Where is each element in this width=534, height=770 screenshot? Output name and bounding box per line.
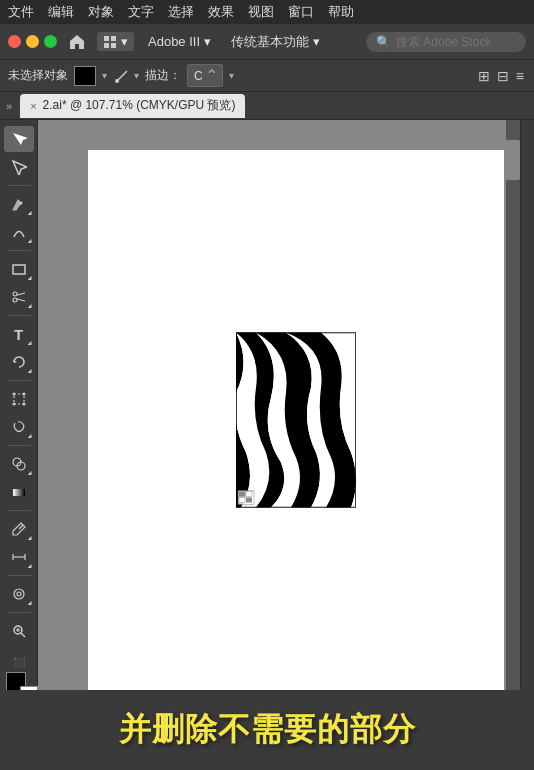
svg-rect-18 (13, 489, 25, 496)
svg-point-24 (17, 592, 21, 596)
toolbar-primary: ▾ Adobe III ▾ 传统基本功能 ▾ 🔍 (0, 24, 534, 60)
stroke-value-input[interactable]: C ⌃ (187, 64, 223, 87)
svg-rect-1 (111, 36, 116, 41)
document-tab[interactable]: × 2.ai* @ 107.71% (CMYK/GPU 预览) (20, 94, 245, 118)
select-tool[interactable] (4, 126, 34, 152)
preset-name-selector[interactable]: 传统基本功能 ▾ (225, 31, 326, 53)
reset-colors-icon[interactable]: ⬛ (13, 657, 25, 668)
svg-point-14 (12, 403, 15, 406)
canvas-area[interactable] (38, 120, 520, 770)
stroke-icon-chevron[interactable]: ▾ (134, 70, 139, 81)
workspace-chevron: ▾ (204, 34, 211, 49)
tool-separator-3 (7, 315, 31, 316)
scissors-tool[interactable] (4, 284, 34, 310)
traffic-lights (8, 35, 57, 48)
stroke-icon (113, 67, 131, 85)
svg-rect-11 (14, 394, 24, 404)
bottom-caption-bar: 并删除不需要的部分 (0, 690, 534, 770)
minimize-button[interactable] (26, 35, 39, 48)
home-icon[interactable] (65, 30, 89, 54)
stroke-label: 描边： (145, 67, 181, 84)
left-toolbar: T (0, 120, 38, 770)
curvature-tool[interactable] (4, 219, 34, 245)
svg-point-4 (115, 79, 119, 83)
svg-rect-6 (13, 265, 25, 274)
arrange-icon[interactable]: ⊞ (476, 66, 492, 86)
svg-point-7 (13, 292, 17, 296)
gradient-tool[interactable] (4, 479, 34, 505)
tool-separator-1 (7, 185, 31, 186)
eyedropper-tool[interactable] (4, 516, 34, 542)
svg-line-19 (19, 525, 23, 529)
menu-file[interactable]: 文件 (8, 3, 34, 21)
artboard (88, 150, 504, 690)
workspace-preset-selector[interactable]: Adobe III ▾ (142, 32, 217, 51)
svg-line-26 (21, 633, 25, 637)
svg-point-15 (22, 403, 25, 406)
menu-object[interactable]: 对象 (88, 3, 114, 21)
svg-point-12 (12, 393, 15, 396)
vertical-scrollbar[interactable] (506, 120, 520, 754)
svg-rect-3 (111, 43, 116, 48)
menu-edit[interactable]: 编辑 (48, 3, 74, 21)
maximize-button[interactable] (44, 35, 57, 48)
svg-rect-2 (104, 43, 109, 48)
rotate-tool[interactable] (4, 349, 34, 375)
workspace-layout-selector[interactable]: ▾ (97, 32, 134, 51)
tab-bar: » × 2.ai* @ 107.71% (CMYK/GPU 预览) (0, 92, 534, 120)
more-options-icon[interactable]: ≡ (514, 66, 526, 86)
workspace-name: Adobe III (148, 34, 200, 49)
menu-effect[interactable]: 效果 (208, 3, 234, 21)
svg-rect-33 (246, 492, 252, 497)
tool-separator-5 (7, 445, 31, 446)
svg-rect-34 (239, 498, 245, 503)
menu-text[interactable]: 文字 (128, 3, 154, 21)
lasso-tool[interactable] (4, 414, 34, 440)
preset-name: 传统基本功能 (231, 33, 309, 51)
menu-select[interactable]: 选择 (168, 3, 194, 21)
tool-separator-2 (7, 250, 31, 251)
svg-point-5 (19, 202, 22, 205)
vertical-scrollbar-thumb[interactable] (506, 140, 520, 180)
svg-point-13 (22, 393, 25, 396)
menu-view[interactable]: 视图 (248, 3, 274, 21)
main-area: T (0, 120, 534, 770)
svg-point-8 (13, 298, 17, 302)
tool-separator-7 (7, 575, 31, 576)
text-tool[interactable]: T (4, 321, 34, 347)
pen-tool[interactable] (4, 191, 34, 217)
fill-color-chevron[interactable]: ▾ (102, 70, 107, 81)
layout-chevron: ▾ (121, 34, 128, 49)
warp-tool[interactable] (4, 581, 34, 607)
close-button[interactable] (8, 35, 21, 48)
tool-separator-8 (7, 612, 31, 613)
tab-close-icon[interactable]: × (30, 100, 36, 112)
svg-line-10 (17, 299, 25, 301)
fill-color-box[interactable] (74, 66, 96, 86)
panel-expand-icon[interactable]: » (6, 100, 12, 112)
rectangle-tool[interactable] (4, 256, 34, 282)
tool-separator-6 (7, 510, 31, 511)
zoom-tool[interactable] (4, 618, 34, 644)
toolbar-secondary: 未选择对象 ▾ ▾ 描边： C ⌃ ▾ ⊞ ⊟ ≡ (0, 60, 534, 92)
search-icon: 🔍 (376, 35, 391, 49)
stock-search-bar[interactable]: 🔍 (366, 32, 526, 52)
stroke-dropdown-chevron[interactable]: ▾ (229, 70, 234, 81)
distribute-icon[interactable]: ⊟ (495, 66, 511, 86)
svg-line-9 (17, 293, 25, 295)
measure-tool[interactable] (4, 544, 34, 570)
menu-window[interactable]: 窗口 (288, 3, 314, 21)
stock-search-input[interactable] (396, 35, 516, 49)
artwork[interactable] (236, 333, 356, 508)
right-panel (520, 120, 534, 770)
selection-status: 未选择对象 (8, 67, 68, 84)
direct-select-tool[interactable] (4, 154, 34, 180)
svg-rect-0 (104, 36, 109, 41)
caption-text: 并删除不需要的部分 (119, 708, 416, 752)
shape-builder-tool[interactable] (4, 451, 34, 477)
svg-rect-35 (246, 498, 252, 503)
tab-title: 2.ai* @ 107.71% (CMYK/GPU 预览) (43, 97, 236, 114)
menu-help[interactable]: 帮助 (328, 3, 354, 21)
free-transform-tool[interactable] (4, 386, 34, 412)
zebra-artwork-svg (236, 333, 356, 508)
